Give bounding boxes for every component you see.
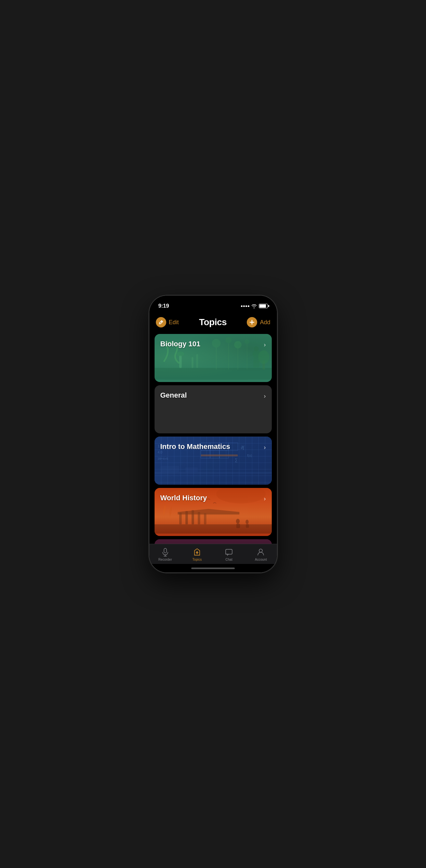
edit-icon xyxy=(156,317,166,328)
page-title: Topics xyxy=(199,317,227,328)
literature-card-inner: World Literature › xyxy=(155,539,272,544)
general-chevron: › xyxy=(264,393,266,400)
svg-point-50 xyxy=(245,520,249,524)
add-label: Add xyxy=(260,319,270,326)
tab-account[interactable]: Account xyxy=(245,547,276,563)
general-label: General xyxy=(160,391,187,400)
recorder-icon xyxy=(161,548,169,556)
signal-dots-icon xyxy=(241,305,249,307)
svg-rect-35 xyxy=(155,472,272,474)
add-button[interactable]: Add xyxy=(247,317,270,328)
status-icons xyxy=(241,304,268,308)
wifi-icon xyxy=(251,304,257,308)
recorder-tab-label: Recorder xyxy=(159,558,172,561)
edit-label: Edit xyxy=(169,319,179,326)
nav-header: Edit Topics Add xyxy=(150,312,277,331)
svg-rect-4 xyxy=(179,355,182,368)
history-label: World History xyxy=(160,494,207,502)
svg-rect-3 xyxy=(155,368,272,379)
tab-chat[interactable]: Chat xyxy=(213,547,245,563)
topic-card-literature[interactable]: World Literature › xyxy=(155,539,272,544)
svg-rect-36 xyxy=(161,466,179,472)
biology-chevron: › xyxy=(264,341,266,348)
svg-rect-47 xyxy=(155,524,272,533)
svg-point-78 xyxy=(259,549,262,552)
home-indicator xyxy=(150,564,277,572)
math-chevron: › xyxy=(264,444,266,451)
svg-rect-51 xyxy=(246,524,249,528)
svg-rect-18 xyxy=(253,358,259,368)
account-icon xyxy=(257,548,265,556)
math-label: Intro to Mathematics xyxy=(160,442,230,451)
svg-rect-73 xyxy=(164,548,167,553)
svg-marker-45 xyxy=(177,509,239,512)
topics-list: Biology 101 › General › xyxy=(150,331,277,544)
topics-icon xyxy=(193,548,201,556)
svg-rect-6 xyxy=(192,357,194,368)
biology-label: Biology 101 xyxy=(160,340,200,348)
account-tab-label: Account xyxy=(255,558,267,561)
chat-tab-label: Chat xyxy=(225,558,232,561)
svg-text:∑: ∑ xyxy=(235,458,238,462)
svg-rect-49 xyxy=(236,524,240,528)
topic-card-biology-101[interactable]: Biology 101 › xyxy=(155,334,272,382)
topic-card-history[interactable]: World History › xyxy=(155,488,272,536)
screen: 9:19 xyxy=(150,296,277,572)
topic-card-general[interactable]: General › xyxy=(155,385,272,433)
dynamic-island xyxy=(193,300,233,312)
svg-rect-7 xyxy=(196,354,198,368)
edit-button[interactable]: Edit xyxy=(156,317,179,328)
general-card-inner: General › xyxy=(155,385,272,405)
home-bar xyxy=(191,567,235,569)
svg-rect-37 xyxy=(186,467,198,472)
math-card-inner: Intro to Mathematics › xyxy=(155,437,272,457)
biology-card-inner: Biology 101 › xyxy=(155,334,272,354)
topics-tab-label: Topics xyxy=(192,558,202,561)
topic-card-math[interactable]: 118830024 4.0 28+4=5 ∂∫ f(x) ∑ Intro to … xyxy=(155,437,272,485)
chat-icon xyxy=(225,548,233,556)
svg-rect-77 xyxy=(226,549,232,554)
tab-recorder[interactable]: Recorder xyxy=(150,547,181,563)
svg-rect-44 xyxy=(204,513,206,524)
svg-text:28+4=5: 28+4=5 xyxy=(158,457,168,460)
phone-frame: 9:19 xyxy=(150,296,277,572)
tab-bar: Recorder Topics xyxy=(150,544,277,564)
history-card-inner: World History › xyxy=(155,488,272,508)
svg-line-0 xyxy=(161,321,162,322)
svg-rect-46 xyxy=(177,512,239,515)
history-chevron: › xyxy=(264,495,266,502)
tab-topics[interactable]: Topics xyxy=(181,547,213,563)
svg-point-48 xyxy=(236,519,239,524)
add-icon xyxy=(247,317,257,328)
status-time: 9:19 xyxy=(159,303,169,309)
battery-icon xyxy=(259,304,268,308)
